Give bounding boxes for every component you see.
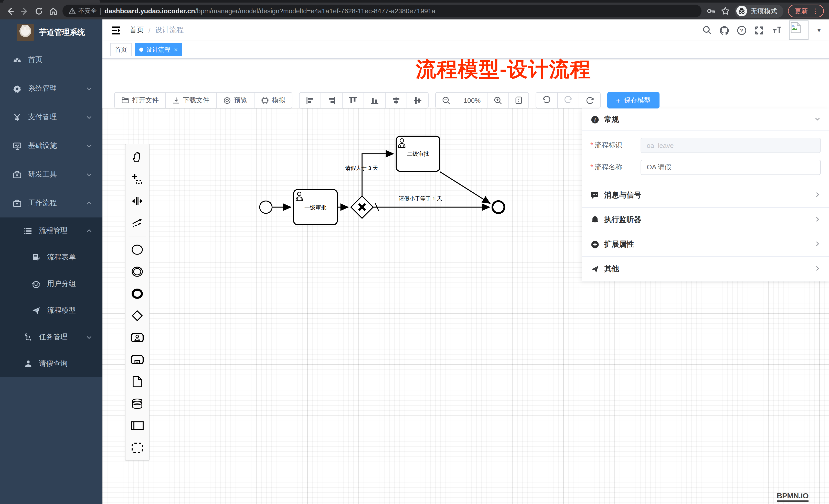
designer-content: 打开文件 下载文件 预览 模拟 [102,78,829,504]
section-extended-attributes[interactable]: 扩展属性 [582,232,829,256]
save-model-button[interactable]: + 保存模型 [607,92,659,109]
zoom-out-button[interactable] [435,92,457,109]
robot-face-icon [32,280,40,288]
create-gateway[interactable] [125,304,149,326]
create-end-event[interactable] [125,282,149,304]
align-bottom-button[interactable] [364,92,386,109]
redo-button[interactable] [557,92,579,109]
chevron-down-icon [86,114,92,120]
address-bar[interactable]: 不安全 dashboard.yudao.iocoder.cn/bpm/manag… [63,5,701,17]
github-icon[interactable] [719,25,729,35]
sidebar-item-payment[interactable]: 支付管理 [0,103,102,131]
align-top-button[interactable] [342,92,364,109]
flow-label-le1[interactable]: 请假小于等于 1 天 [399,195,442,201]
tag-home[interactable]: 首页 [110,43,132,56]
folder-icon [121,97,129,104]
incognito-icon [736,6,747,16]
restart-button[interactable] [579,92,601,109]
create-data-object[interactable] [125,371,149,392]
sidebar-item-home[interactable]: 首页 [0,45,102,74]
zoom-in-button[interactable] [487,92,509,109]
bell-icon [590,216,599,224]
sidebar-item-process-model[interactable]: 流程模型 [0,297,102,324]
align-right-button[interactable] [321,92,343,109]
simulate-button[interactable]: 模拟 [254,92,292,109]
chevron-down-icon [814,115,821,124]
sidebar-item-devtools[interactable]: 研发工具 [0,160,102,189]
align-button-group [299,92,429,109]
browser-active-tab[interactable] [3,0,100,3]
undo-button[interactable] [536,92,557,109]
align-left-button[interactable] [299,92,321,109]
sidebar-item-infra[interactable]: 基础设施 [0,131,102,160]
sidebar-item-process-mgmt[interactable]: 流程管理 [0,218,102,244]
general-section-header[interactable]: i 常规 [582,109,829,130]
lasso-tool[interactable] [125,168,149,190]
font-size-icon[interactable] [772,25,781,35]
avatar[interactable] [789,21,808,40]
fullscreen-icon[interactable] [754,25,764,35]
user-task-level2[interactable]: 二级审批 [396,137,440,171]
create-user-task[interactable] [125,326,149,348]
space-tool[interactable] [125,190,149,212]
chrome-update-button[interactable]: 更新 ⋮ [788,5,824,17]
password-key-icon[interactable] [706,6,716,16]
search-icon[interactable] [702,25,712,35]
align-center-vertical-button[interactable] [406,92,429,109]
button-label: 预览 [234,96,247,105]
general-fields: *流程标识 *流程名称 [582,131,829,183]
reload-icon[interactable] [34,6,43,16]
button-label: 下载文件 [183,96,209,105]
app-logo[interactable]: 芋道管理系统 [0,20,102,45]
sidebar-collapse-icon[interactable] [111,25,121,36]
sidebar-item-user-group[interactable]: 用户分组 [0,271,102,297]
user-task-level1[interactable]: 一级审批 [294,190,337,225]
chrome-menu-icon[interactable]: ⋮ [812,8,819,14]
sidebar-item-system[interactable]: 系统管理 [0,74,102,103]
chevron-right-icon [814,191,821,200]
end-event[interactable] [492,201,504,213]
open-file-button[interactable]: 打开文件 [114,92,166,109]
help-icon[interactable]: ? [737,25,747,35]
flow-label-gt3[interactable]: 请假大于 3 天 [346,165,378,171]
exclusive-gateway[interactable] [351,196,373,218]
create-intermediate-event[interactable] [125,261,149,282]
sidebar-item-workflow[interactable]: 工作流程 [0,189,102,218]
incognito-badge: 无痕模式 [735,4,784,18]
start-event[interactable] [260,201,272,213]
create-data-store[interactable] [125,392,149,415]
breadcrumb-home[interactable]: 首页 [130,26,144,35]
forward-icon[interactable] [20,6,29,16]
download-file-button[interactable]: 下载文件 [166,92,217,109]
create-group[interactable] [125,436,149,459]
url-text[interactable]: dashboard.yudao.iocoder.cn/bpm/manager/m… [104,7,435,15]
sidebar-item-leave-query[interactable]: 请假查询 [0,350,102,377]
tag-design-process[interactable]: 设计流程 × [135,43,182,56]
create-start-event[interactable] [125,238,149,261]
section-message-signal[interactable]: 消息与信号 [582,183,829,207]
process-key-row: *流程标识 [590,138,821,153]
sidebar-item-process-form[interactable]: 流程表单 [0,244,102,271]
close-icon[interactable]: × [174,46,178,53]
back-icon[interactable] [5,6,15,16]
avatar-caret-icon[interactable]: ▼ [816,27,822,33]
create-subprocess[interactable] [125,348,149,371]
hand-tool[interactable] [125,146,149,168]
global-connect-tool[interactable] [125,212,149,234]
align-center-horizontal-button[interactable] [385,92,407,109]
section-other[interactable]: 其他 [582,257,829,281]
process-name-input[interactable] [641,160,821,175]
section-execution-listener[interactable]: 执行监听器 [582,208,829,232]
main-area: 首页 / 设计流程 ? ▼ 首页 [102,20,829,504]
dashboard-icon [13,55,22,64]
sidebar-item-task-mgmt[interactable]: 任务管理 [0,324,102,350]
create-participant[interactable] [125,415,149,436]
zoom-reset-button[interactable] [508,92,529,109]
bookmark-star-icon[interactable] [720,6,730,16]
preview-button[interactable]: 预览 [216,92,254,109]
not-secure-warning[interactable]: 不安全 [69,7,97,15]
update-label: 更新 [795,6,808,15]
process-key-input[interactable] [641,138,821,153]
home-icon[interactable] [48,6,58,16]
bpmn-io-logo[interactable]: BPMN.iO [777,491,808,502]
